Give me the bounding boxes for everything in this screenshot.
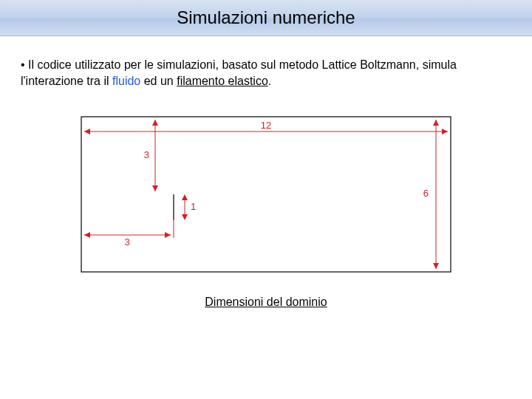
dim-x-offset-label: 3 [124,236,129,248]
domain-diagram: 12 6 3 1 [66,109,466,279]
text-filamento: filamento elastico [177,75,268,87]
svg-marker-7 [152,120,158,126]
dim-filament: 1 [182,194,196,220]
dim-filament-label: 1 [191,201,196,212]
dim-x-offset: 3 [84,220,174,248]
svg-marker-10 [182,194,188,200]
svg-marker-13 [84,232,90,238]
dim-height-label: 6 [423,188,429,199]
svg-marker-2 [442,129,448,134]
domain-rect [81,117,451,272]
dim-width-label: 12 [261,120,271,131]
svg-marker-5 [433,263,439,269]
page-title: Simulazioni numeriche [177,7,355,28]
text-fluido: fluido [112,75,140,87]
svg-marker-11 [182,214,188,220]
diagram-svg: 12 6 3 1 [66,109,466,279]
svg-marker-1 [84,129,90,134]
body-paragraph: • Il codice utilizzato per le simulazion… [0,36,532,96]
svg-marker-4 [433,120,439,126]
svg-marker-14 [165,232,171,238]
dim-height: 6 [423,120,439,269]
diagram-caption: Dimensioni del dominio [0,296,532,309]
dim-y-offset: 3 [144,120,158,191]
title-bar: Simulazioni numeriche [0,0,532,36]
text-end: . [268,75,271,87]
dim-y-offset-label: 3 [144,149,149,160]
dim-width: 12 [84,120,448,134]
svg-marker-8 [152,185,158,191]
text-mid: ed un [140,75,177,87]
